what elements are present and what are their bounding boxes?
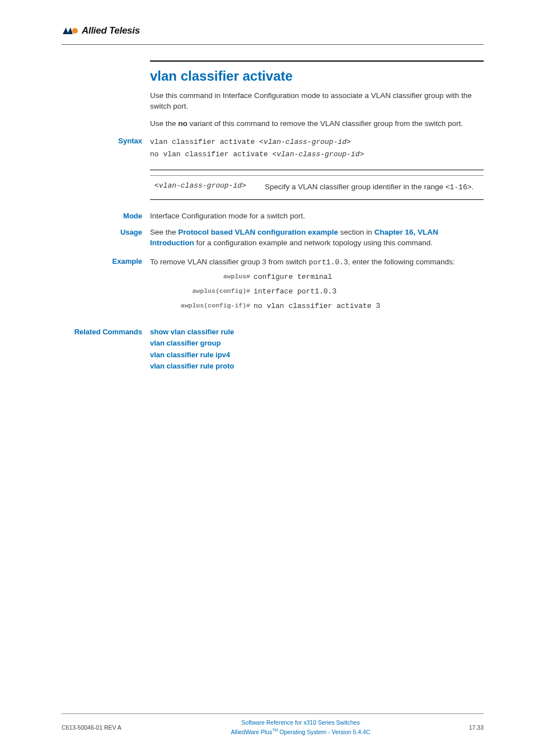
- param-name: <vlan-class-group-id>: [150, 181, 265, 194]
- mode-label: Mode: [62, 211, 150, 222]
- bold-text: no: [178, 119, 188, 128]
- footer-title: Software Reference for x310 Series Switc…: [151, 718, 450, 727]
- related-link[interactable]: vlan classifier group: [150, 338, 484, 348]
- syntax-value: vlan classifier activate <vlan-class-gro…: [150, 136, 484, 161]
- usage-row: Usage See the Protocol based VLAN config…: [150, 227, 484, 249]
- example-value: To remove VLAN classifier group 3 from s…: [150, 256, 484, 322]
- prompt: awplus(config-if)#: [150, 301, 254, 311]
- command: configure terminal: [254, 272, 332, 282]
- parameter-table: <vlan-class-group-id> Specify a VLAN cla…: [150, 170, 484, 200]
- example-label: Example: [62, 256, 150, 322]
- intro-paragraph-1: Use this command in Interface Configurat…: [150, 91, 484, 112]
- param-row: <vlan-class-group-id> Specify a VLAN cla…: [150, 176, 484, 199]
- syntax-row: Syntax vlan classifier activate <vlan-cl…: [150, 136, 484, 161]
- param-header-row: [150, 170, 484, 176]
- param-desc: Specify a VLAN classifier group identifi…: [265, 181, 484, 194]
- text: Use the: [150, 119, 178, 128]
- example-line: awplus# configure terminal: [150, 272, 484, 282]
- example-row: Example To remove VLAN classifier group …: [150, 256, 484, 322]
- brand-logo: Allied Telesis: [62, 25, 484, 36]
- usage-label: Usage: [62, 227, 150, 249]
- command: no vlan classifier activate 3: [254, 301, 380, 311]
- allied-telesis-icon: [62, 26, 78, 35]
- example-line: awplus(config-if)# no vlan classifier ac…: [150, 301, 484, 311]
- command-title: vlan classifier activate: [150, 68, 484, 84]
- mode-value: Interface Configuration mode for a switc…: [150, 211, 484, 222]
- footer-docid: C613-50046-01 REV A: [62, 718, 151, 731]
- main-content: vlan classifier activate Use this comman…: [150, 60, 484, 371]
- brand-name: Allied Telesis: [82, 25, 140, 36]
- related-row: Related Commands show vlan classifier ru…: [150, 327, 484, 371]
- footer-subtitle: AlliedWare PlusTM Operating System - Ver…: [151, 727, 450, 736]
- example-commands: awplus# configure terminal awplus(config…: [150, 272, 484, 312]
- syntax-line-2: no vlan classifier activate <vlan-class-…: [150, 148, 484, 161]
- usage-value: See the Protocol based VLAN configuratio…: [150, 227, 484, 249]
- prompt: awplus(config)#: [150, 287, 254, 297]
- related-list: show vlan classifier rule vlan classifie…: [150, 327, 484, 371]
- svg-point-0: [72, 28, 78, 34]
- usage-link-1[interactable]: Protocol based VLAN configuration exampl…: [178, 228, 338, 236]
- related-link[interactable]: show vlan classifier rule: [150, 327, 484, 337]
- page-number: 17.33: [450, 718, 484, 731]
- mode-row: Mode Interface Configuration mode for a …: [150, 211, 484, 222]
- section-divider: [150, 60, 484, 62]
- example-line: awplus(config)# interface port1.0.3: [150, 287, 484, 297]
- page-header: Allied Telesis: [62, 25, 484, 45]
- footer-center: Software Reference for x310 Series Switc…: [151, 718, 450, 736]
- syntax-line-1: vlan classifier activate <vlan-class-gro…: [150, 136, 484, 148]
- related-link[interactable]: vlan classifier rule ipv4: [150, 350, 484, 360]
- related-label: Related Commands: [62, 327, 150, 371]
- intro-paragraph-2: Use the no variant of this command to re…: [150, 119, 484, 129]
- command: interface port1.0.3: [254, 287, 336, 297]
- page-footer: C613-50046-01 REV A Software Reference f…: [62, 713, 484, 736]
- prompt: awplus#: [150, 272, 254, 282]
- text: variant of this command to remove the VL…: [188, 119, 463, 128]
- syntax-label: Syntax: [62, 136, 150, 161]
- related-link[interactable]: vlan classifier rule proto: [150, 361, 484, 371]
